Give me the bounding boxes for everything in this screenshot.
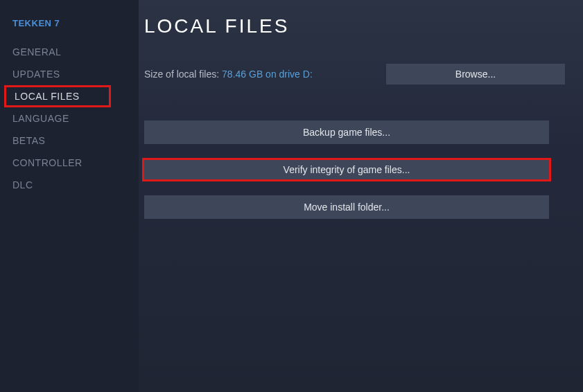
sidebar-item-dlc[interactable]: DLC — [0, 174, 139, 196]
size-label: Size of local files: — [144, 69, 222, 80]
move-folder-button[interactable]: Move install folder... — [144, 195, 549, 219]
main-panel: LOCAL FILES Size of local files: 78.46 G… — [139, 0, 583, 392]
sidebar-item-language[interactable]: LANGUAGE — [0, 107, 139, 130]
sidebar-item-updates[interactable]: UPDATES — [0, 63, 139, 85]
page-title: LOCAL FILES — [144, 15, 565, 37]
size-value-link[interactable]: 78.46 GB on drive D: — [222, 69, 313, 80]
sidebar: TEKKEN 7 GENERAL UPDATES LOCAL FILES LAN… — [0, 0, 139, 392]
sidebar-item-general[interactable]: GENERAL — [0, 41, 139, 63]
sidebar-item-betas[interactable]: BETAS — [0, 130, 139, 152]
game-title: TEKKEN 7 — [0, 15, 139, 41]
browse-button[interactable]: Browse... — [386, 64, 565, 84]
size-text: Size of local files: 78.46 GB on drive D… — [144, 69, 313, 80]
sidebar-item-local-files[interactable]: LOCAL FILES — [4, 85, 111, 107]
size-row: Size of local files: 78.46 GB on drive D… — [144, 64, 565, 84]
verify-integrity-button[interactable]: Verify integrity of game files... — [142, 158, 551, 181]
sidebar-item-controller[interactable]: CONTROLLER — [0, 152, 139, 174]
backup-button[interactable]: Backup game files... — [144, 121, 549, 144]
